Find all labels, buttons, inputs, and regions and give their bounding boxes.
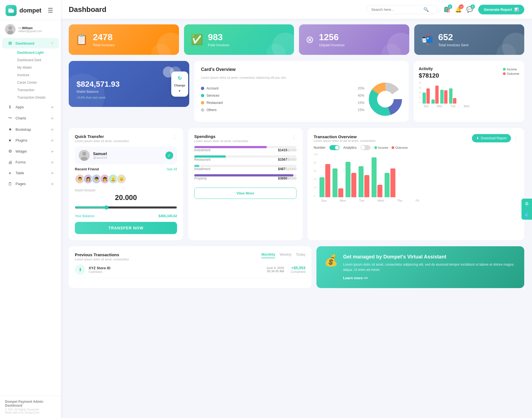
chevron-down-icon: ▼ (51, 42, 54, 45)
tab-today[interactable]: Today (296, 252, 306, 258)
chevron-right-icon: ▶ (52, 128, 54, 131)
svg-point-9 (378, 91, 393, 107)
shopping-notification[interactable]: 🛍️ 2 (444, 6, 451, 13)
header: Dashboard 🔍 🛍️ 2 🔔 12 💬 5 Generate Repor… (61, 0, 532, 19)
number-toggle[interactable] (329, 145, 339, 150)
restaurant-amount: $1567$5000 (278, 158, 296, 161)
download-report-button[interactable]: ⬇ Download Report (472, 134, 511, 142)
tab-monthly[interactable]: Monthly (261, 252, 275, 258)
balance-label: Your Balance (75, 214, 94, 218)
bar-lg-wed-income (359, 166, 364, 197)
tov-subtitle: Lorem ipsum dolor et dol at amet, consec… (314, 139, 376, 142)
theme-icon: 💧 (524, 212, 530, 217)
sidebar-sub-invoices[interactable]: Invoices (15, 71, 59, 79)
stat-card-sent-invoices: 📬 652 Total Invoices Sent (414, 24, 525, 55)
user-greeting: Hi,William (18, 26, 42, 30)
bar-lg-fri-outcome (390, 168, 395, 197)
analytics-toggle[interactable] (360, 145, 370, 150)
settings-float-button[interactable]: ⚙ (521, 199, 532, 209)
tx-status: Completed (291, 270, 305, 273)
transfer-now-button[interactable]: TRANSFER NOW (75, 222, 177, 234)
sidebar-sub-transaction[interactable]: Transaction (15, 86, 59, 94)
installment-progress (194, 165, 199, 167)
bell-notification[interactable]: 🔔 12 (455, 6, 462, 13)
bar-lg-mon-outcome (338, 188, 343, 197)
more-options-icon[interactable]: ⋮ (172, 134, 177, 140)
y-axis: 806040200 (419, 81, 421, 104)
x-axis-labels: SunMonTueWed (423, 105, 519, 108)
activity-title: Activity (419, 66, 439, 71)
sidebar-label-plugins: Plugins (16, 138, 27, 142)
theme-float-button[interactable]: 💧 (521, 209, 532, 220)
income-legend: Income (503, 68, 519, 71)
sidebar-sub-cards-center[interactable]: Cards Center (15, 79, 59, 86)
sidebar-item-charts[interactable]: 〜 Charts ▶ (2, 113, 59, 124)
bottom-row-1: Quick Transfer Lorem ipsum dolor sit ame… (69, 128, 524, 240)
amount-slider[interactable] (75, 205, 177, 210)
bar-lg-fri-income (385, 173, 390, 197)
svg-rect-1 (8, 8, 12, 11)
friend-avatar-6[interactable]: 👴 (116, 174, 126, 184)
va-learn-more-link[interactable]: Learn more >> (343, 276, 368, 280)
wallet-label: Wallet Balance (76, 90, 181, 94)
friend-avatars: 👨 👩 👦 👧 👱 👴 (75, 174, 177, 184)
bootstrap-icon: ★ (7, 127, 13, 132)
sidebar-label-widget: Widget (16, 149, 27, 153)
chevron-right-icon: ▶ (52, 160, 54, 164)
wallet-card: $824,571.93 Wallet Balance +0,8% than la… (69, 61, 189, 107)
bottom-row-2: Previous Transactions Lorem ipsum dolor … (69, 246, 524, 288)
sidebar-submenu-dashboard: Dashboard Light Dashboard Dark My Wallet… (0, 49, 61, 101)
restaurant-label: Restaurant (194, 158, 211, 161)
change-button[interactable]: ↻ Change ▾ (171, 71, 188, 97)
restaurant-progress (194, 155, 226, 158)
cards-overview-title: Card's Overview (201, 67, 402, 72)
sidebar-item-forms[interactable]: 🖨 Forms ▶ (2, 157, 59, 167)
bar-sun-outcome (426, 88, 430, 104)
balance-row: Your Balance $456,345.62 (75, 214, 177, 218)
previous-transactions-card: Previous Transactions Lorem ipsum dolor … (69, 246, 311, 288)
sidebar-item-widget[interactable]: ⚙ Widget ▶ (2, 146, 59, 157)
paid-invoices-label: Paid Invoices (208, 43, 229, 47)
view-more-button[interactable]: View More (194, 188, 296, 199)
see-all-link[interactable]: See All (167, 167, 177, 171)
search-bar: 🔍 (367, 5, 439, 14)
sidebar-item-pages[interactable]: 🗒 Pages ▶ (2, 179, 59, 189)
transfer-user-avatar (79, 150, 90, 161)
total-invoices-label: Total Invoices (93, 43, 115, 47)
sidebar-item-bootstrap[interactable]: ★ Bootstrap ▶ (2, 124, 59, 135)
overview-item-services: Services 40% (201, 92, 364, 99)
sidebar-item-plugins[interactable]: ♥ Plugins ▶ (2, 135, 59, 145)
va-text: Lorem ipsum dolor sit amet, consectetur … (343, 262, 516, 273)
tab-weekly[interactable]: Weekly (280, 252, 291, 258)
hamburger-menu[interactable]: ☰ (45, 7, 55, 14)
tov-more-icon[interactable]: ⋮ (513, 135, 518, 141)
sidebar-item-dashboard[interactable]: ⊞ Dashboard ▼ (2, 38, 59, 48)
sidebar-sub-my-wallet[interactable]: My Wallet (15, 64, 59, 71)
bar-sun-income (423, 93, 426, 104)
spendings-more-icon[interactable]: ⋮ (291, 134, 296, 140)
activity-bar-chart (423, 81, 519, 104)
sidebar-item-apps[interactable]: ℹ Apps ▶ (2, 102, 59, 112)
bar-lg-sun-income (319, 177, 324, 197)
sidebar-item-table[interactable]: ≡ Table ▶ (2, 168, 59, 178)
stat-card-paid-invoices: ✅ 983 Paid Invoices (184, 24, 294, 55)
charts-icon: 〜 (7, 116, 13, 121)
search-icon: 🔍 (423, 7, 429, 12)
income-label: Income (507, 68, 517, 71)
tx-type: Cashback (89, 270, 263, 273)
installment-amount: $487$10000 (278, 167, 296, 171)
generate-report-button[interactable]: Generate Report 📊 (478, 5, 524, 14)
services-pct: 40% (358, 94, 364, 98)
spendings-card: Spendings Lorem ipsum dolor sit amet, co… (188, 128, 303, 240)
spending-property: Property $3890$4000 (194, 174, 296, 180)
tx-time: 05:34:45 AM (267, 270, 284, 273)
chevron-right-icon: ▶ (52, 150, 54, 153)
search-input[interactable] (371, 7, 421, 12)
property-label: Property (194, 176, 207, 180)
message-notification[interactable]: 💬 5 (466, 6, 473, 13)
logo-icon (6, 5, 17, 16)
sidebar-sub-transaction-details[interactable]: Transaction Details (15, 94, 59, 101)
svg-point-4 (7, 30, 13, 34)
sidebar-sub-dashboard-dark[interactable]: Dashboard Dark (15, 57, 59, 64)
sidebar-sub-dashboard-light[interactable]: Dashboard Light (15, 49, 59, 56)
